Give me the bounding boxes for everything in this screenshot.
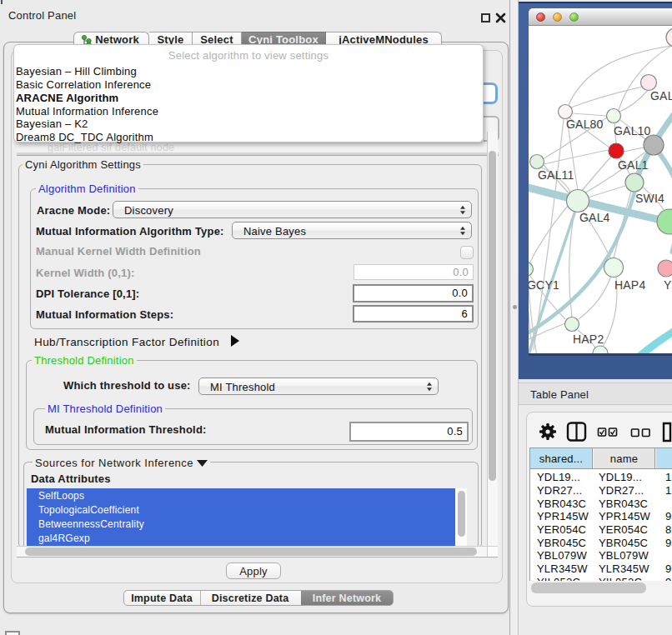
svg-text:GCY1: GCY1 [529, 278, 559, 292]
svg-text:GAL4: GAL4 [579, 211, 610, 224]
svg-text:GAL10: GAL10 [614, 124, 651, 138]
svg-text:HAP2: HAP2 [573, 332, 604, 346]
svg-text:HAP4: HAP4 [614, 278, 645, 292]
svg-text:GAL11: GAL11 [538, 168, 574, 182]
svg-text:SWI4: SWI4 [635, 192, 664, 205]
svg-text:GAL: GAL [650, 89, 672, 102]
svg-text:GAL80: GAL80 [566, 118, 604, 131]
svg-text:Y: Y [664, 278, 672, 292]
svg-text:GAL1: GAL1 [618, 158, 649, 172]
